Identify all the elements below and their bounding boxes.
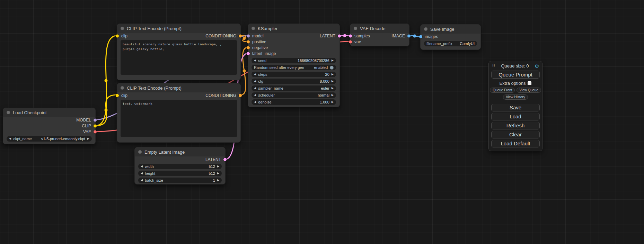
settings-gear-icon[interactable]: ⚙ <box>535 64 539 69</box>
widget-value: 20 <box>325 72 329 76</box>
node-header[interactable]: VAE Decode <box>350 24 409 33</box>
widget-label: steps <box>258 72 267 76</box>
decrement-arrow-icon[interactable]: ◀ <box>141 165 143 168</box>
decrement-arrow-icon[interactable]: ◀ <box>254 59 256 62</box>
collapse-dot-icon[interactable] <box>354 27 357 30</box>
widget-cfg[interactable]: ◀ cfg 8.000 ▶ <box>252 79 336 84</box>
input-slot-negative[interactable] <box>247 46 250 49</box>
drag-handle-icon[interactable]: ⠿ <box>492 63 495 69</box>
queue-front-button[interactable]: Queue Front <box>490 88 515 93</box>
node-load-checkpoint[interactable]: Load Checkpoint MODEL CLIP VAE ◀ ckpt_na… <box>3 108 96 144</box>
widget-value: 512 <box>209 164 215 169</box>
output-slot-model[interactable] <box>94 118 97 121</box>
input-slot-vae[interactable] <box>349 40 352 43</box>
output-slot-latent[interactable] <box>223 158 227 161</box>
toggle-dot-icon[interactable] <box>330 66 334 70</box>
clear-button[interactable]: Clear <box>491 131 540 138</box>
widget-denoise[interactable]: ◀ denoise 1.000 ▶ <box>252 99 336 105</box>
widget-value: ComfyUI <box>460 42 475 46</box>
widget-random-seed-toggle[interactable]: Random seed after every gen enabled <box>252 65 336 70</box>
widget-width[interactable]: ◀ width 512 ▶ <box>138 164 222 169</box>
node-header[interactable]: CLIP Text Encode (Prompt) <box>117 83 240 92</box>
input-slot-model[interactable] <box>247 34 250 37</box>
node-title: KSampler <box>258 26 277 31</box>
widget-height[interactable]: ◀ height 512 ▶ <box>138 171 222 176</box>
queue-prompt-button[interactable]: Queue Prompt <box>491 71 540 79</box>
node-header[interactable]: Empty Latent Image <box>135 147 225 156</box>
widget-batch-size[interactable]: ◀ batch_size 1 ▶ <box>138 178 222 183</box>
output-slot-conditioning[interactable] <box>239 94 242 97</box>
node-header[interactable]: Save Image <box>421 25 480 34</box>
increment-arrow-icon[interactable]: ▶ <box>332 87 334 90</box>
load-button[interactable]: Load <box>491 113 540 120</box>
widget-sampler-name[interactable]: ◀ sampler_name euler ▶ <box>252 85 336 91</box>
node-clip-text-encode-negative[interactable]: CLIP Text Encode (Prompt) clip CONDITION… <box>117 83 241 143</box>
increment-arrow-icon[interactable]: ▶ <box>332 101 334 103</box>
view-history-button[interactable]: View History <box>503 94 528 100</box>
increment-arrow-icon[interactable]: ▶ <box>217 179 219 182</box>
output-slot-latent[interactable] <box>338 34 341 37</box>
widget-seed[interactable]: ◀ seed 156680208700286 ▶ <box>252 58 336 63</box>
collapse-dot-icon[interactable] <box>7 111 10 114</box>
decrement-arrow-icon[interactable]: ◀ <box>254 94 256 97</box>
collapse-dot-icon[interactable] <box>121 27 124 30</box>
queue-size-label: Queue size: 0 <box>501 63 529 69</box>
node-ksampler[interactable]: KSampler model LATENT positive negative … <box>248 24 340 107</box>
decrement-arrow-icon[interactable]: ◀ <box>254 80 256 83</box>
save-button[interactable]: Save <box>491 104 540 111</box>
input-slot-clip[interactable] <box>116 34 119 37</box>
widget-label: scheduler <box>258 93 275 97</box>
widget-value: 1 <box>213 178 215 182</box>
decrement-arrow-icon[interactable]: ◀ <box>254 73 256 76</box>
view-queue-button[interactable]: View Queue <box>517 88 541 93</box>
increment-arrow-icon[interactable]: ▶ <box>332 80 334 83</box>
widget-filename-prefix[interactable]: filename_prefix ComfyUI <box>424 41 477 46</box>
prompt-textarea[interactable]: text, watermark <box>121 100 237 137</box>
input-slot-clip[interactable] <box>116 94 119 97</box>
node-canvas[interactable]: Load Checkpoint MODEL CLIP VAE ◀ ckpt_na… <box>0 0 644 244</box>
collapse-dot-icon[interactable] <box>138 150 142 154</box>
widget-ckpt-name[interactable]: ◀ ckpt_name v1-5-pruned-emaonly.ckpt ▶ <box>7 136 92 142</box>
collapse-dot-icon[interactable] <box>424 27 427 31</box>
increment-arrow-icon[interactable]: ▶ <box>87 137 89 140</box>
decrement-arrow-icon[interactable]: ◀ <box>141 179 143 182</box>
node-save-image[interactable]: Save Image images filename_prefix ComfyU… <box>420 24 481 50</box>
input-slot-latent-image[interactable] <box>247 52 250 55</box>
prompt-textarea[interactable]: beautiful scenery nature glass bottle la… <box>121 40 237 75</box>
node-vae-decode[interactable]: VAE Decode samples IMAGE vae <box>350 24 409 46</box>
increment-arrow-icon[interactable]: ▶ <box>332 73 334 76</box>
increment-arrow-icon[interactable]: ▶ <box>217 165 219 168</box>
node-header[interactable]: KSampler <box>248 24 339 33</box>
node-title: Save Image <box>430 27 454 32</box>
input-slot-images[interactable] <box>419 35 422 38</box>
output-label-conditioning: CONDITIONING <box>205 93 236 98</box>
collapse-dot-icon[interactable] <box>252 27 255 30</box>
widget-scheduler[interactable]: ◀ scheduler normal ▶ <box>252 92 336 98</box>
collapse-dot-icon[interactable] <box>121 86 124 90</box>
node-empty-latent-image[interactable]: Empty Latent Image LATENT ◀ width 512 ▶ … <box>134 147 226 184</box>
output-slot-clip[interactable] <box>94 124 97 127</box>
load-default-button[interactable]: Load Default <box>491 140 540 147</box>
increment-arrow-icon[interactable]: ▶ <box>217 172 219 175</box>
extra-options-checkbox[interactable] <box>528 81 531 85</box>
increment-arrow-icon[interactable]: ▶ <box>332 59 334 62</box>
input-label-positive: positive <box>252 39 266 44</box>
input-slot-samples[interactable] <box>349 34 352 37</box>
decrement-arrow-icon[interactable]: ◀ <box>9 137 11 140</box>
decrement-arrow-icon[interactable]: ◀ <box>254 101 256 103</box>
node-clip-text-encode-positive[interactable]: CLIP Text Encode (Prompt) clip CONDITION… <box>117 24 241 80</box>
node-title: Empty Latent Image <box>144 150 185 155</box>
decrement-arrow-icon[interactable]: ◀ <box>141 172 143 175</box>
input-label-latent-image: latent_image <box>252 51 276 56</box>
node-header[interactable]: Load Checkpoint <box>3 108 95 117</box>
node-header[interactable]: CLIP Text Encode (Prompt) <box>117 24 240 33</box>
output-slot-image[interactable] <box>407 34 411 37</box>
decrement-arrow-icon[interactable]: ◀ <box>254 87 256 90</box>
refresh-button[interactable]: Refresh <box>491 122 540 129</box>
output-label-image: IMAGE <box>391 34 405 38</box>
widget-steps[interactable]: ◀ steps 20 ▶ <box>252 72 336 77</box>
output-slot-vae[interactable] <box>94 130 97 133</box>
output-slot-conditioning[interactable] <box>239 34 242 37</box>
input-slot-positive[interactable] <box>247 40 250 43</box>
increment-arrow-icon[interactable]: ▶ <box>332 94 334 97</box>
